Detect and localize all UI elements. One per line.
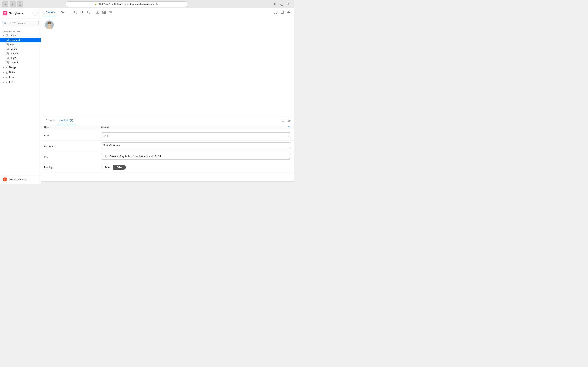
button-group-label: Button [9,71,16,74]
sidebar-item-icon[interactable]: ▶ Icon [0,75,41,80]
zoom-in-button[interactable] [72,9,78,15]
background-icon [96,11,99,14]
sidebar-menu-button[interactable]: ••• [33,11,38,16]
grid-button[interactable] [101,9,107,15]
toolbar-separator-2 [93,10,93,14]
select-wrapper: large small medium xlarge ⌄ [101,132,291,139]
back-to-chromatic-label: Back to Chromatic [9,178,27,181]
add-tab-button[interactable]: ⨁ [279,1,285,7]
src-input[interactable]: https://avatars2.githubusercontent.com/u… [101,153,291,160]
control-value-username: Tom Coleman [101,142,291,150]
storybook-logo: S [3,11,7,16]
controls-label: Controls [10,61,19,64]
standard-label: Standard [10,39,20,42]
username-input[interactable]: Tom Coleman [101,142,291,149]
sidebar-item-sizes[interactable]: Sizes [0,42,41,47]
svg-rect-1 [19,3,20,5]
nav-group-button: ▶ Button [0,70,41,75]
sidebar-item-button[interactable]: ▶ Button [0,70,41,75]
svg-rect-15 [103,12,104,14]
open-new-button[interactable] [279,9,285,15]
control-name-src: src [44,155,101,158]
expand-button[interactable] [273,9,278,15]
tab-docs[interactable]: Docs [58,9,69,16]
sidebar-item-link[interactable]: ▶ Link [0,80,41,84]
layout-icon [282,119,285,122]
zoom-reset-icon [87,11,90,14]
nav-group-avatar: ▼ Avatar Standard Sizes Initial [0,33,41,65]
zoom-out-icon [80,11,84,14]
sidebar-item-badge[interactable]: ▶ Badge [0,65,41,70]
svg-point-9 [87,11,89,13]
reset-icon[interactable]: ↻ [288,125,291,129]
sidebar-item-large[interactable]: Large [0,56,41,60]
svg-rect-14 [104,11,105,12]
chevron-right-icon: ▶ [3,76,4,78]
nav-group-link: ▶ Link [0,80,41,84]
item-icon [6,39,9,42]
avatar-svg [45,20,54,29]
sizes-label: Sizes [10,43,16,46]
sidebar-item-avatar[interactable]: ▼ Avatar [0,33,41,38]
sidebar-item-standard[interactable]: Standard [0,38,41,42]
new-tab-button[interactable]: + [286,1,292,7]
back-button[interactable]: ‹ [2,1,8,7]
expand-icon [274,11,277,14]
control-name-loading: loading [44,166,101,169]
browser-actions: ⇧ ⨁ + [272,1,292,7]
tab-controls[interactable]: Controls (4) [57,117,76,124]
name-column-header: Name [44,126,101,128]
back-to-chromatic-button[interactable]: C Back to Chromatic [0,175,41,184]
toolbar-right [273,9,292,15]
size-select[interactable]: large small medium xlarge [101,132,291,139]
sidebar-item-loading[interactable]: Loading [0,51,41,56]
sidebar-nav: DESIGN SYSTEM ▼ Avatar Standard Sizes [0,28,41,175]
forward-button[interactable]: › [10,1,16,7]
app: S Storybook ••• 🔍 DESIGN SYSTEM ▼ Avatar [0,8,294,184]
reload-button[interactable]: ↻ [155,2,159,6]
url-text: 5f4fdd1afe7d0c0022bae51d-hfzdbwmyia.chro… [98,3,154,5]
copy-link-icon [287,11,290,14]
measure-icon [109,11,112,14]
open-new-icon [281,11,284,14]
background-button[interactable] [95,9,100,15]
zoom-reset-button[interactable] [86,9,91,15]
svg-point-28 [48,23,49,25]
icon-group-label: Icon [9,76,14,79]
badge-group-label: Badge [9,66,16,69]
grid-icon [103,11,106,14]
chevron-right-icon: ▶ [3,71,4,73]
control-row-loading: loading True False [41,162,294,173]
chevron-right-icon: ▶ [3,81,4,83]
control-row-username: username Tom Coleman [41,141,294,151]
control-value-size: large small medium xlarge ⌄ [101,132,291,139]
sidebar-icon [18,3,21,6]
toolbar-separator [71,10,71,14]
canvas-area [41,16,294,116]
panel-layout-button[interactable] [281,118,285,123]
copy-link-button[interactable] [286,9,292,15]
zoom-in-icon [74,11,77,14]
item-icon [6,61,9,64]
tab-actions[interactable]: Actions [43,117,57,124]
sidebar-item-initials[interactable]: Initials [0,47,41,51]
group-dot-icon [6,71,8,74]
reset-controls: ↻ [288,125,291,129]
sidebar-toggle-button[interactable] [17,1,23,7]
loading-true-button[interactable]: True [102,165,113,170]
tab-canvas[interactable]: Canvas [43,9,57,16]
loading-false-button[interactable]: False [113,165,126,170]
group-dot-icon [6,34,8,37]
zoom-out-button[interactable] [79,9,85,15]
svg-line-10 [89,13,90,14]
search-icon: 🔍 [3,22,6,25]
controls-header: Name Control ↻ [41,124,294,131]
panel-close-button[interactable] [287,118,292,123]
share-button[interactable]: ⇧ [272,1,278,7]
panel-tab-right [281,118,292,123]
search-input[interactable] [2,20,39,26]
group-dot-icon [6,76,8,78]
sidebar-item-controls[interactable]: Controls [0,60,41,65]
avatar-children: Standard Sizes Initials Loading [0,38,41,65]
measure-button[interactable] [108,9,113,15]
